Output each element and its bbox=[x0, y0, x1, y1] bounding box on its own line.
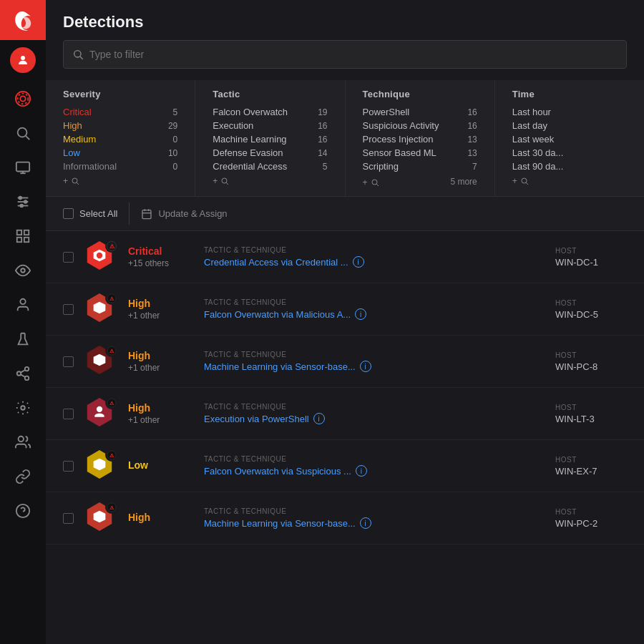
info-icon[interactable]: i bbox=[360, 517, 371, 529]
filter-technique-processinjection[interactable]: Process Injection 13 bbox=[363, 132, 477, 146]
filter-time-lastweek[interactable]: Last week bbox=[512, 132, 627, 146]
sidebar-item-user[interactable] bbox=[6, 289, 40, 321]
svg-line-24 bbox=[21, 374, 25, 377]
user-avatar[interactable] bbox=[10, 47, 36, 73]
sidebar-item-team[interactable] bbox=[6, 426, 40, 458]
svg-point-36 bbox=[372, 180, 377, 185]
sidebar-item-network[interactable] bbox=[6, 358, 40, 389]
add-icon: + bbox=[213, 176, 218, 186]
detection-row[interactable]: ⚠ High +1 other TACTIC & TECHNIQUE Falco… bbox=[46, 283, 644, 336]
severity-critical-count: 5 bbox=[173, 107, 178, 117]
svg-rect-18 bbox=[24, 238, 29, 242]
detection-row[interactable]: ⚠ High +1 other TACTIC & TECHNIQUE Machi… bbox=[46, 336, 644, 388]
filter-severity-info[interactable]: Informational 0 bbox=[63, 160, 177, 173]
severity-icon: ⚠ bbox=[85, 346, 117, 377]
filter-time-last30[interactable]: Last 30 da... bbox=[512, 146, 627, 160]
filter-time-lasthour[interactable]: Last hour bbox=[512, 105, 627, 119]
detection-host: HOST WIN-DC-1 bbox=[555, 247, 627, 268]
severity-add[interactable]: + bbox=[63, 173, 177, 186]
technique-more[interactable]: 5 more bbox=[450, 175, 477, 187]
filter-time-lastday[interactable]: Last day bbox=[512, 119, 627, 132]
filter-technique-scripting[interactable]: Scripting 7 bbox=[363, 160, 477, 173]
sidebar-item-support[interactable] bbox=[6, 495, 40, 527]
detection-tactic: TACTIC & TECHNIQUE Execution via PowerSh… bbox=[204, 403, 544, 424]
host-label: HOST bbox=[555, 508, 627, 516]
select-all-checkbox[interactable] bbox=[63, 208, 74, 219]
detection-row[interactable]: ⚠ High +1 other TACTIC & TECHNIQUE Execu… bbox=[46, 388, 644, 440]
severity-icon: ⚠ bbox=[85, 241, 117, 273]
severity-label: High bbox=[128, 298, 192, 309]
sidebar-item-search[interactable] bbox=[6, 117, 40, 149]
filter-severity-high[interactable]: High 29 bbox=[63, 119, 177, 132]
detection-host: HOST WIN-LT-3 bbox=[555, 404, 627, 424]
filter-tactic-defenseevasion[interactable]: Defense Evasion 14 bbox=[213, 146, 327, 160]
detection-severity: Low bbox=[128, 459, 192, 472]
severity-label: Critical bbox=[128, 245, 192, 257]
filter-technique-sensorml[interactable]: Sensor Based ML 13 bbox=[363, 146, 477, 160]
sidebar-item-endpoints[interactable] bbox=[6, 152, 40, 183]
filter-bar: Severity Critical 5 High 29 Medium 0 Low… bbox=[46, 80, 644, 197]
sidebar bbox=[0, 0, 46, 644]
sidebar-item-activity[interactable] bbox=[6, 83, 40, 114]
info-icon[interactable]: i bbox=[355, 308, 366, 320]
filter-technique-suspicious[interactable]: Suspicious Activity 16 bbox=[363, 119, 477, 132]
search-bar[interactable] bbox=[63, 40, 627, 69]
info-icon[interactable]: i bbox=[313, 413, 325, 424]
severity-others: +1 other bbox=[128, 415, 192, 425]
info-icon[interactable]: i bbox=[353, 256, 364, 268]
update-assign-button[interactable]: Update & Assign bbox=[130, 203, 238, 225]
row-checkbox[interactable] bbox=[63, 461, 74, 472]
filter-tactic-credentialaccess[interactable]: Credential Access 5 bbox=[213, 160, 327, 173]
severity-medium-count: 0 bbox=[173, 135, 178, 145]
row-checkbox[interactable] bbox=[63, 356, 74, 367]
filter-tactic-machinelearning[interactable]: Machine Learning 16 bbox=[213, 132, 327, 146]
severity-others: +1 other bbox=[128, 363, 192, 373]
detections-list: ⚠ Critical +15 others TACTIC & TECHNIQUE… bbox=[46, 231, 644, 644]
filter-tactic-falconoverwatch[interactable]: Falcon Overwatch 19 bbox=[213, 105, 327, 119]
filter-time-last90[interactable]: Last 90 da... bbox=[512, 160, 627, 173]
sidebar-item-dashboard[interactable] bbox=[6, 220, 40, 252]
technique-add[interactable]: + bbox=[363, 175, 379, 187]
detection-row[interactable]: ⚠ Low TACTIC & TECHNIQUE Falcon Overwatc… bbox=[46, 440, 644, 492]
row-checkbox[interactable] bbox=[63, 252, 74, 263]
info-icon[interactable]: i bbox=[360, 361, 371, 372]
filter-severity-low[interactable]: Low 10 bbox=[63, 146, 177, 160]
row-checkbox[interactable] bbox=[63, 513, 74, 524]
sidebar-item-eye[interactable] bbox=[6, 255, 40, 286]
detection-row[interactable]: ⚠ Critical +15 others TACTIC & TECHNIQUE… bbox=[46, 231, 644, 283]
row-checkbox[interactable] bbox=[63, 304, 74, 315]
sidebar-item-integrations[interactable] bbox=[6, 461, 40, 492]
select-all-control[interactable]: Select All bbox=[63, 203, 130, 225]
detection-host: HOST WIN-DC-5 bbox=[555, 299, 627, 320]
page-title: Detections bbox=[63, 13, 143, 31]
severity-medium-label: Medium bbox=[63, 134, 96, 145]
host-label: HOST bbox=[555, 456, 627, 464]
filter-tactic-execution[interactable]: Execution 16 bbox=[213, 119, 327, 132]
time-add[interactable]: + bbox=[512, 173, 627, 186]
tactic-add[interactable]: + bbox=[213, 173, 327, 186]
badge-icon: ⚠ bbox=[105, 344, 118, 357]
sidebar-item-filter[interactable] bbox=[6, 186, 40, 218]
filter-severity-medium[interactable]: Medium 0 bbox=[63, 132, 177, 146]
svg-point-12 bbox=[19, 197, 22, 200]
svg-text:⚠: ⚠ bbox=[109, 296, 114, 302]
detection-host: HOST WIN-EX-7 bbox=[555, 456, 627, 477]
filter-technique-powershell[interactable]: PowerShell 16 bbox=[363, 105, 477, 119]
sidebar-item-settings[interactable] bbox=[6, 392, 40, 424]
time-header: Time bbox=[512, 89, 627, 99]
filter-severity: Severity Critical 5 High 29 Medium 0 Low… bbox=[46, 80, 195, 196]
host-label: HOST bbox=[555, 247, 627, 255]
svg-text:⚠: ⚠ bbox=[109, 452, 114, 459]
info-icon[interactable]: i bbox=[356, 465, 367, 477]
page-header: Detections bbox=[46, 0, 644, 40]
svg-line-37 bbox=[376, 184, 379, 186]
tactic-value: Falcon Overwatch via Suspicious ... i bbox=[204, 465, 544, 477]
sidebar-item-flask[interactable] bbox=[6, 323, 40, 355]
search-input[interactable] bbox=[89, 49, 618, 60]
detection-row[interactable]: ⚠ High TACTIC & TECHNIQUE Machine Learni… bbox=[46, 492, 644, 545]
svg-text:⚠: ⚠ bbox=[109, 348, 114, 354]
search-icon bbox=[72, 49, 84, 60]
filter-severity-critical[interactable]: Critical 5 bbox=[63, 105, 177, 119]
row-checkbox[interactable] bbox=[63, 409, 74, 419]
svg-line-33 bbox=[77, 182, 79, 185]
